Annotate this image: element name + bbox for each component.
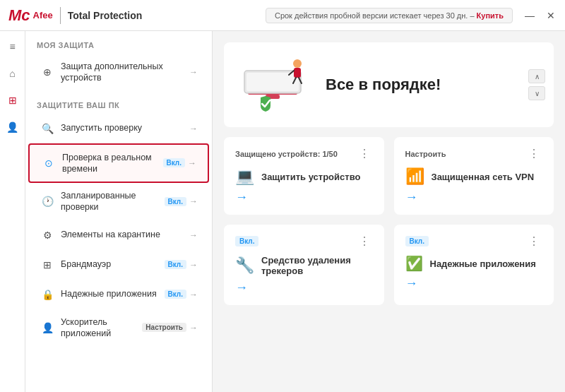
trusted-apps-card-menu[interactable]: ⋮ [525, 234, 542, 248]
close-button[interactable]: ✕ [545, 10, 557, 21]
run-scan-label: Запустить проверку [61, 122, 189, 133]
tracker-badge: Вкл. [235, 236, 258, 247]
run-scan-arrow: → [189, 124, 198, 133]
hero-nav-down[interactable]: ∨ [528, 86, 545, 100]
app-logo: Mc Afee [8, 6, 53, 25]
card-tracker-body: 🔧 Средство удаления трекеров [235, 255, 373, 276]
app-booster-icon: 👤 [40, 320, 55, 335]
trial-buy-link[interactable]: Купить [477, 11, 504, 20]
card-trusted-apps: Вкл. ⋮ ✅ Надежные приложения → [394, 225, 554, 305]
sidebar-section-my-protection: Моя защита [25, 31, 212, 54]
extra-devices-label: Защита дополнительных устройств [61, 61, 189, 84]
minimize-button[interactable]: — [524, 10, 535, 21]
trial-text: Срок действия пробной версии истекает че… [275, 11, 475, 20]
sidebar-item-trusted-apps[interactable]: 🔒 Надежные приложения Вкл. → [28, 280, 209, 309]
sidebar: Моя защита ⊕ Защита дополнительных устро… [25, 31, 213, 392]
card-vpn-body: 📶 Защищенная сеть VPN [405, 167, 543, 186]
card-vpn-header: Настроить ⋮ [405, 147, 543, 160]
tracker-label: Средство удаления трекеров [261, 255, 373, 276]
trusted-apps-card-badge: Вкл. [405, 236, 429, 247]
trusted-apps-badge: Вкл. [165, 290, 186, 299]
home-icon[interactable]: ⌂ [3, 64, 23, 83]
protect-device-icon: 💻 [235, 167, 254, 186]
sidebar-item-quarantine[interactable]: ⚙ Элементы на карантине → [28, 220, 209, 250]
vpn-label: Защищенная сеть VPN [432, 172, 543, 182]
hero-svg [241, 57, 319, 120]
svg-rect-5 [294, 68, 301, 78]
svg-rect-3 [246, 73, 299, 91]
scheduled-scans-arrow: → [189, 196, 198, 206]
scheduled-scans-icon: 🕐 [40, 194, 55, 209]
trusted-apps-arrow: → [189, 290, 198, 299]
main-layout: ≡ ⌂ ⊞ 👤 Моя защита ⊕ Защита дополнительн… [0, 31, 565, 392]
user-icon[interactable]: 👤 [3, 117, 23, 137]
run-scan-icon: 🔍 [40, 121, 55, 136]
firewall-arrow: → [189, 260, 198, 270]
sidebar-section-protect-pc: Защитите ваш ПК [25, 91, 212, 114]
hero-illustration [241, 57, 311, 113]
firewall-label: Брандмауэр [61, 259, 165, 270]
protected-devices-label: Защищено устройств: 1/50 [235, 150, 338, 158]
card-protect-device: Защищено устройств: 1/50 ⋮ 💻 Защитить ус… [224, 137, 384, 215]
realtime-scan-badge: Вкл. [163, 158, 185, 167]
sidebar-item-firewall[interactable]: ⊞ Брандмауэр Вкл. → [28, 250, 209, 280]
app-booster-arrow: → [189, 323, 198, 333]
trusted-apps-card-label: Надежные приложения [430, 259, 543, 269]
hamburger-icon[interactable]: ≡ [3, 37, 23, 57]
sidebar-item-extra-devices[interactable]: ⊕ Защита дополнительных устройств → [28, 54, 209, 91]
tracker-menu[interactable]: ⋮ [356, 234, 373, 248]
quarantine-arrow: → [189, 230, 198, 240]
hero-navigation: ∧ ∨ [528, 69, 545, 100]
titlebar: Mc Afee Total Protection Срок действия п… [0, 0, 565, 31]
protect-device-menu[interactable]: ⋮ [356, 147, 373, 160]
content-area: Все в порядке! ∧ ∨ Защищено устройств: 1… [213, 31, 565, 392]
tracker-arrow[interactable]: → [235, 280, 373, 295]
card-tracker-remover: Вкл. ⋮ 🔧 Средство удаления трекеров → [224, 225, 384, 305]
protect-device-arrow[interactable]: → [235, 190, 373, 205]
window-controls: — ✕ [524, 10, 557, 21]
card-trusted-apps-header: Вкл. ⋮ [405, 234, 543, 248]
firewall-icon: ⊞ [40, 257, 55, 273]
trusted-apps-card-arrow[interactable]: → [405, 276, 543, 291]
mcafee-m: Mc [8, 6, 30, 25]
card-tracker-header: Вкл. ⋮ [235, 234, 373, 248]
card-vpn: Настроить ⋮ 📶 Защищенная сеть VPN → [394, 137, 554, 215]
sidebar-item-realtime-scan[interactable]: ⊙ Проверка в реальном времени Вкл. → [28, 143, 209, 184]
app-booster-badge: Настроить [142, 323, 186, 332]
extra-devices-icon: ⊕ [40, 64, 55, 80]
card-protect-device-header: Защищено устройств: 1/50 ⋮ [235, 147, 373, 160]
card-trusted-apps-body: ✅ Надежные приложения [405, 255, 543, 272]
hero-nav-up[interactable]: ∧ [528, 69, 545, 83]
trusted-apps-card-icon: ✅ [405, 255, 423, 272]
realtime-scan-arrow: → [188, 158, 196, 168]
cards-grid: Защищено устройств: 1/50 ⋮ 💻 Защитить ус… [224, 137, 554, 305]
svg-point-4 [293, 59, 302, 68]
card-protect-device-body: 💻 Защитить устройство [235, 167, 373, 186]
realtime-scan-label: Проверка в реальном времени [62, 152, 163, 175]
extra-devices-arrow: → [189, 67, 198, 77]
trusted-apps-icon: 🔒 [40, 287, 55, 302]
vpn-menu[interactable]: ⋮ [525, 147, 542, 160]
trial-banner: Срок действия пробной версии истекает че… [266, 8, 513, 23]
tracker-icon: 🔧 [235, 256, 254, 275]
hero-title: Все в порядке! [326, 76, 537, 94]
quarantine-label: Элементы на карантине [61, 229, 189, 240]
icon-bar: ≡ ⌂ ⊞ 👤 [0, 31, 25, 392]
vpn-arrow[interactable]: → [405, 190, 543, 205]
sidebar-item-app-booster[interactable]: 👤 Ускоритель приложений Настроить → [28, 309, 209, 347]
sidebar-item-scheduled-scans[interactable]: 🕐 Запланированные проверки Вкл. → [28, 183, 209, 220]
sidebar-item-run-scan[interactable]: 🔍 Запустить проверку → [28, 114, 209, 143]
trusted-apps-label: Надежные приложения [61, 288, 165, 299]
scheduled-scans-badge: Вкл. [165, 197, 186, 206]
hero-text: Все в порядке! [326, 76, 537, 94]
app-booster-label: Ускоритель приложений [61, 316, 142, 340]
mcafee-text: Afee [33, 10, 53, 20]
vpn-configure-label[interactable]: Настроить [405, 150, 446, 158]
app-title: Total Protection [68, 10, 143, 21]
hero-card: Все в порядке! ∧ ∨ [224, 42, 554, 127]
grid-icon[interactable]: ⊞ [3, 90, 23, 110]
title-divider [60, 7, 61, 24]
firewall-badge: Вкл. [165, 260, 186, 269]
quarantine-icon: ⚙ [40, 227, 55, 243]
protect-device-label: Защитить устройство [261, 172, 373, 182]
